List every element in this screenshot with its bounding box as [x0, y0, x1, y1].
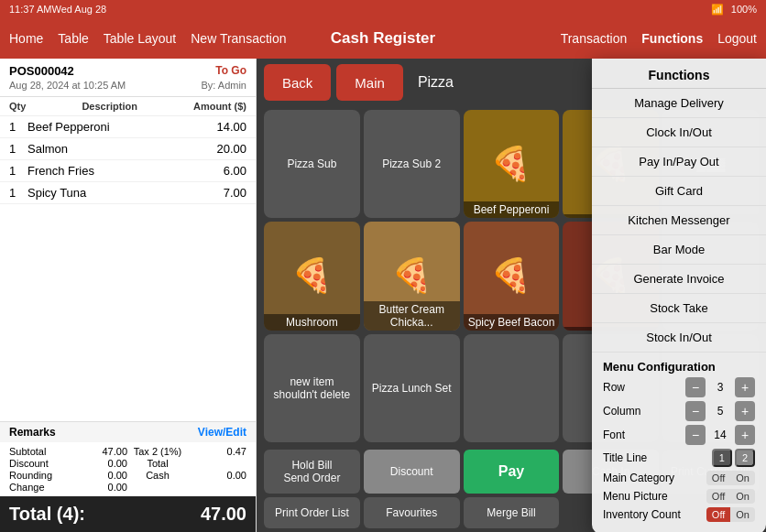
pay-button[interactable]: Pay [464, 450, 560, 494]
menu-item-spicy-beef-bacon[interactable]: 🍕 Spicy Beef Bacon [464, 222, 560, 330]
change-value: 0.00 [69, 482, 127, 493]
item-qty: 1 [9, 120, 27, 134]
config-font-value: 14 [711, 429, 729, 441]
menu-item-label: Pizza Sub [283, 154, 340, 174]
menu-item-pizza-sub-2[interactable]: Pizza Sub 2 [364, 110, 460, 218]
cash-label: Cash [128, 470, 187, 481]
menu-item-label: Butter Cream Chicka... [364, 301, 460, 331]
config-row-inventory-count: Inventory Count Off On [603, 507, 755, 522]
remarks-section: Remarks View/Edit Subtotal 47.00 Tax 2 (… [0, 421, 256, 496]
tax-label: Tax 2 (1%) [128, 446, 187, 457]
wifi-icon: 📶 [711, 4, 724, 16]
menu-item-label: new item shouldn't delete [264, 372, 360, 405]
config-row-row: Row − 3 + [603, 377, 755, 397]
font-minus-button[interactable]: − [685, 425, 706, 445]
config-main-category-label: Main Category [603, 472, 706, 484]
hold-bill-button[interactable]: Hold BillSend Order [264, 450, 360, 494]
main-category-on-button[interactable]: On [730, 471, 755, 485]
nav-transaction[interactable]: Transaction [561, 31, 628, 46]
remarks-label: Remarks [9, 426, 56, 439]
item-amount: 6.00 [201, 164, 246, 178]
nav-logout[interactable]: Logout [717, 31, 757, 46]
menu-picture-off-button[interactable]: Off [706, 489, 730, 504]
date-display: Wed Aug 28 [51, 4, 106, 15]
row-plus-button[interactable]: + [735, 377, 755, 397]
nav-home[interactable]: Home [9, 31, 43, 46]
menu-item-pizza-lunch[interactable]: Pizza Lunch Set [364, 334, 460, 442]
nav-table[interactable]: Table [58, 31, 88, 46]
title-line-buttons: 1 2 [712, 449, 755, 467]
main-layout: POS000042 To Go Aug 28, 2024 at 10:25 AM… [0, 59, 766, 532]
merge-bill-button[interactable]: Merge Bill [464, 497, 560, 528]
grand-total-amount: 47.00 [201, 504, 246, 525]
config-row-label: Row [603, 381, 685, 394]
tax-value: 0.47 [188, 446, 246, 457]
menu-item-new-item[interactable]: new item shouldn't delete [264, 334, 360, 442]
nav-table-layout[interactable]: Table Layout [104, 31, 176, 46]
total-value [188, 458, 246, 469]
receipt-item[interactable]: 1 French Fries 6.00 [0, 160, 256, 182]
menu-item-label: Pizza Sub 2 [378, 154, 444, 174]
column-minus-button[interactable]: − [685, 401, 706, 421]
menu-picture-on-button[interactable]: On [730, 489, 755, 504]
receipt-items-list: 1 Beef Pepperoni 14.00 1 Salmon 20.00 1 … [0, 116, 256, 421]
remarks-edit[interactable]: View/Edit [198, 426, 246, 439]
menu-item-pizza-sub[interactable]: Pizza Sub [264, 110, 360, 218]
status-bar: 11:37 AM Wed Aug 28 📶 100% [0, 0, 766, 18]
config-font-label: Font [603, 429, 685, 441]
nav-bar: Home Table Table Layout New Transaction … [0, 18, 766, 59]
nav-functions[interactable]: Functions [641, 31, 703, 46]
menu-item-beef-pepperoni[interactable]: 🍕 Beef Pepperoni [464, 110, 560, 218]
dropdown-gift-card[interactable]: Gift Card [592, 177, 766, 206]
font-plus-button[interactable]: + [735, 425, 755, 445]
inventory-count-on-button[interactable]: On [730, 507, 755, 522]
total-label: Total [128, 458, 187, 469]
item-desc: Spicy Tuna [27, 186, 201, 200]
receipt-item[interactable]: 1 Salmon 20.00 [0, 138, 256, 160]
favourites-button[interactable]: Favourites [364, 497, 460, 528]
menu-panel: Back Main Pizza Pizza Sub Pizza Sub 2 🍕 … [257, 59, 766, 532]
dropdown-generate-invoice[interactable]: Generate Invoice [592, 265, 766, 294]
back-button[interactable]: Back [264, 64, 331, 101]
config-row-font: Font − 14 + [603, 425, 755, 445]
dropdown-stock-take[interactable]: Stock Take [592, 294, 766, 323]
item-qty: 1 [9, 142, 27, 156]
dropdown-kitchen-messenger[interactable]: Kitchen Messenger [592, 206, 766, 235]
menu-item-empty-12[interactable] [464, 334, 560, 442]
dropdown-bar-mode[interactable]: Bar Mode [592, 235, 766, 265]
menu-item-label: Mushroom [264, 314, 360, 331]
dropdown-pay-inout[interactable]: Pay In/Pay Out [592, 147, 766, 177]
order-date: Aug 28, 2024 at 10:25 AM [9, 80, 126, 91]
discount-value: 0.00 [69, 458, 127, 469]
discount-button[interactable]: Discount [364, 450, 460, 494]
receipt-item[interactable]: 1 Beef Pepperoni 14.00 [0, 116, 256, 138]
dropdown-clock-inout[interactable]: Clock In/Out [592, 118, 766, 147]
dropdown-manage-delivery[interactable]: Manage Delivery [592, 89, 766, 118]
receipt-item[interactable]: 1 Spicy Tuna 7.00 [0, 182, 256, 204]
main-category-off-button[interactable]: Off [706, 471, 730, 485]
food-image: 🍕 [464, 124, 560, 205]
menu-item-mushroom[interactable]: 🍕 Mushroom [264, 222, 360, 330]
menu-config-section: Menu Configuration Row − 3 + Column − 5 … [592, 353, 766, 532]
config-row-main-category: Main Category Off On [603, 471, 755, 485]
totals-area: Subtotal 47.00 Tax 2 (1%) 0.47 Discount … [0, 442, 256, 496]
receipt-header: POS000042 To Go Aug 28, 2024 at 10:25 AM… [0, 59, 256, 97]
item-desc: French Fries [27, 164, 201, 178]
inventory-count-off-button[interactable]: Off [706, 507, 730, 522]
time-display: 11:37 AM [9, 4, 51, 15]
column-plus-button[interactable]: + [735, 401, 755, 421]
main-button[interactable]: Main [336, 64, 403, 101]
print-order-button[interactable]: Print Order List [264, 497, 360, 528]
main-category-toggle: Off On [706, 471, 755, 485]
row-minus-button[interactable]: − [685, 377, 706, 397]
functions-dropdown: Functions Manage Delivery Clock In/Out P… [592, 59, 766, 532]
nav-new-transaction[interactable]: New Transaction [191, 31, 286, 46]
order-number: POS000042 [9, 64, 74, 78]
col-amount: Amount ($) [193, 101, 246, 112]
title-line-2-button[interactable]: 2 [735, 449, 755, 467]
title-line-1-button[interactable]: 1 [712, 449, 732, 467]
order-by: By: Admin [201, 80, 246, 91]
dropdown-stock-inout[interactable]: Stock In/Out [592, 323, 766, 353]
menu-item-butter-cream[interactable]: 🍕 Butter Cream Chicka... [364, 222, 460, 330]
col-qty: Qty [9, 101, 26, 112]
